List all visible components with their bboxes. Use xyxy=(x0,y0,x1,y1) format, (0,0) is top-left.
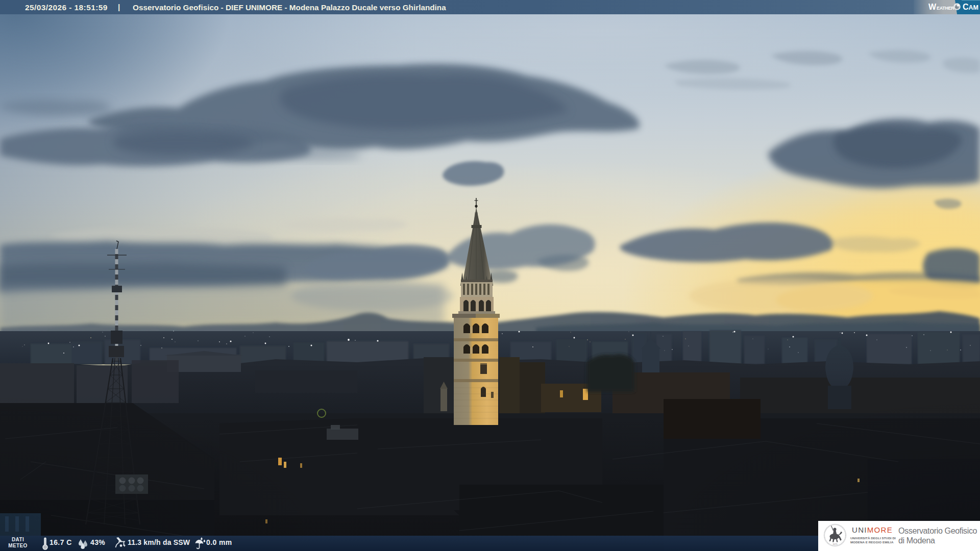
svg-text:AM: AM xyxy=(969,4,978,11)
svg-text:C: C xyxy=(963,3,969,11)
svg-text:W: W xyxy=(928,3,937,11)
svg-text:EATHER: EATHER xyxy=(937,6,954,11)
svg-text:1175: 1175 xyxy=(832,543,838,545)
